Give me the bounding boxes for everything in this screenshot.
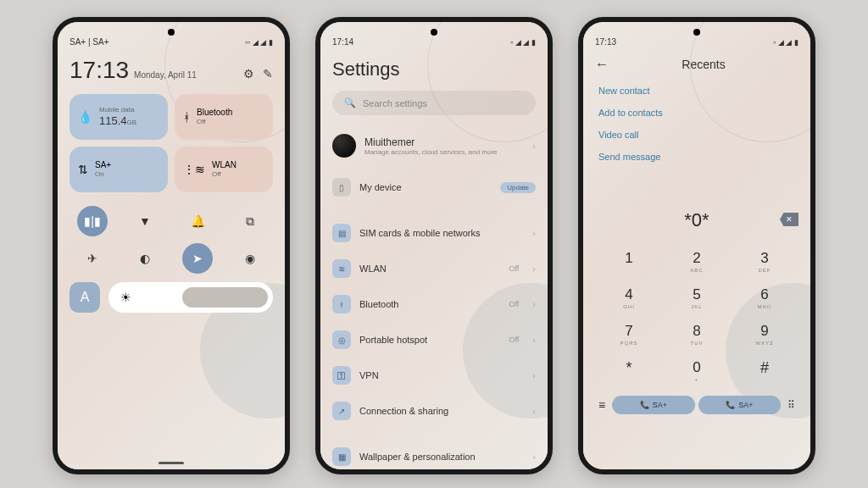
menu-new-contact[interactable]: New contact	[598, 86, 795, 96]
screenshot-toggle[interactable]: ⧉	[235, 206, 265, 236]
chevron-right-icon: ›	[532, 406, 536, 416]
phone-icon: ▯	[332, 178, 351, 197]
dnd-toggle[interactable]: 🔔	[182, 206, 213, 236]
settings-icon[interactable]: ⚙	[243, 67, 254, 80]
keypad: 1 2ABC 3DEF 4GHI 5JKL 6MNO 7PQRS 8TUV 9W…	[595, 245, 798, 387]
key-1[interactable]: 1	[602, 245, 656, 278]
page-title: Settings	[332, 58, 536, 80]
status-bar: 17:13 ▫ ◢ ◢ ▮	[595, 37, 798, 47]
status-time: 17:14	[332, 37, 353, 47]
call-sim2-button[interactable]: 📞SA+	[698, 396, 781, 414]
update-badge: Update	[500, 182, 536, 193]
menu-add-contacts[interactable]: Add to contacts	[598, 108, 795, 118]
item-bluetooth[interactable]: ᚼ Bluetooth Off ›	[332, 286, 536, 322]
tile-wlan[interactable]: ⋮≋ WLAN Off	[175, 147, 273, 192]
search-icon: 🔍	[344, 97, 356, 108]
item-sim[interactable]: ▤ SIM cards & mobile networks ›	[332, 215, 536, 251]
bluetooth-icon: ᚼ	[332, 295, 351, 313]
status-icons: ▫ ◢ ◢ ▮	[510, 38, 536, 47]
status-bar: 17:14 ▫ ◢ ◢ ▮	[332, 37, 536, 47]
key-9[interactable]: 9WXYZ	[737, 318, 792, 351]
search-input[interactable]: 🔍 Search settings	[332, 91, 536, 115]
vibrate-toggle[interactable]: ▮|▮	[77, 206, 108, 236]
item-connection[interactable]: ↗ Connection & sharing ›	[332, 393, 536, 429]
key-star[interactable]: *	[602, 354, 656, 387]
phone-dialer: 17:13 ▫ ◢ ◢ ▮ ← Recents New contact Add …	[578, 17, 815, 474]
key-8[interactable]: 8TUV	[670, 318, 724, 351]
chevron-right-icon: ›	[532, 370, 536, 380]
tile-sa[interactable]: ⇅ SA+ On	[70, 147, 168, 192]
item-wallpaper[interactable]: ▦ Wallpaper & personalization ›	[332, 439, 536, 469]
flashlight-toggle[interactable]: ▼	[130, 206, 160, 236]
clock-date: Monday, April 11	[134, 70, 197, 80]
dial-display: *0* ✕	[595, 209, 798, 231]
key-hash[interactable]: #	[737, 354, 792, 387]
sim-icon: ▤	[332, 224, 351, 242]
darkmode-toggle[interactable]: ◐	[130, 243, 160, 274]
menu-video-call[interactable]: Video call	[598, 130, 795, 140]
key-4[interactable]: 4GHI	[602, 281, 656, 314]
chevron-right-icon: ›	[532, 263, 536, 274]
chevron-right-icon: ›	[532, 452, 536, 462]
menu-send-message[interactable]: Send message	[598, 152, 795, 162]
status-bar: SA+ | SA+ ▫▫ ◢ ◢ ▮	[70, 37, 273, 47]
drag-handle[interactable]	[159, 462, 184, 464]
airplane-toggle[interactable]: ✈	[77, 243, 108, 274]
back-button[interactable]: ←	[595, 57, 609, 72]
key-0[interactable]: 0+	[670, 354, 724, 387]
item-vpn[interactable]: ⚿ VPN ›	[332, 358, 536, 393]
key-2[interactable]: 2ABC	[670, 245, 724, 278]
auto-brightness-button[interactable]: A	[70, 282, 100, 313]
backspace-button[interactable]: ✕	[780, 213, 798, 226]
item-hotspot[interactable]: ◎ Portable hotspot Off ›	[332, 322, 536, 358]
bluetooth-icon: ᚼ	[183, 110, 190, 124]
share-icon: ↗	[332, 402, 351, 420]
account-row[interactable]: Miuithemer Manage accounts, cloud servic…	[332, 127, 536, 164]
wallpaper-icon: ▦	[332, 447, 351, 466]
item-wlan[interactable]: ≋ WLAN Off ›	[332, 251, 536, 286]
phone-icon: 📞	[640, 401, 649, 409]
page-title: Recents	[626, 58, 782, 71]
sun-icon: ☀	[120, 291, 131, 304]
chevron-right-icon: ›	[532, 299, 536, 309]
key-6[interactable]: 6MNO	[737, 281, 792, 314]
phone-settings: 17:14 ▫ ◢ ◢ ▮ Settings 🔍 Search settings…	[315, 17, 553, 474]
call-sim1-button[interactable]: 📞SA+	[612, 396, 694, 414]
data-arrows-icon: ⇅	[78, 163, 88, 176]
edit-icon[interactable]: ✎	[263, 67, 273, 80]
clock-time: 17:13	[70, 57, 129, 84]
tile-mobile-data[interactable]: 💧 Mobile data 115.4GB	[70, 94, 168, 140]
menu-icon[interactable]: ≡	[598, 398, 605, 412]
wifi-icon: ⋮≋	[183, 163, 205, 176]
status-icons: ▫ ◢ ◢ ▮	[773, 38, 798, 47]
location-toggle[interactable]: ➤	[182, 243, 213, 274]
key-5[interactable]: 5JKL	[670, 281, 724, 314]
key-7[interactable]: 7PQRS	[602, 318, 656, 351]
status-time: 17:13	[595, 37, 616, 47]
chevron-right-icon: ›	[532, 141, 536, 151]
hotspot-icon: ◎	[332, 330, 351, 349]
chevron-right-icon: ›	[532, 228, 536, 238]
water-drop-icon: 💧	[78, 110, 92, 124]
status-icons: ▫▫ ◢ ◢ ▮	[245, 38, 273, 47]
dialpad-icon[interactable]: ⠿	[787, 399, 795, 411]
phone-quicksettings: SA+ | SA+ ▫▫ ◢ ◢ ▮ 17:13 Monday, April 1…	[53, 17, 290, 474]
vpn-icon: ⚿	[332, 366, 351, 385]
item-my-device[interactable]: ▯ My device Update	[332, 169, 536, 205]
tile-bluetooth[interactable]: ᚼ Bluetooth Off	[175, 94, 273, 140]
avatar	[332, 134, 356, 158]
wifi-icon: ≋	[332, 259, 351, 278]
phone-icon: 📞	[726, 401, 735, 409]
key-3[interactable]: 3DEF	[737, 245, 792, 278]
status-carrier: SA+ | SA+	[70, 37, 109, 47]
chevron-right-icon: ›	[532, 335, 536, 345]
brightness-slider[interactable]: ☀	[108, 282, 273, 313]
eye-toggle[interactable]: ◉	[235, 243, 265, 274]
